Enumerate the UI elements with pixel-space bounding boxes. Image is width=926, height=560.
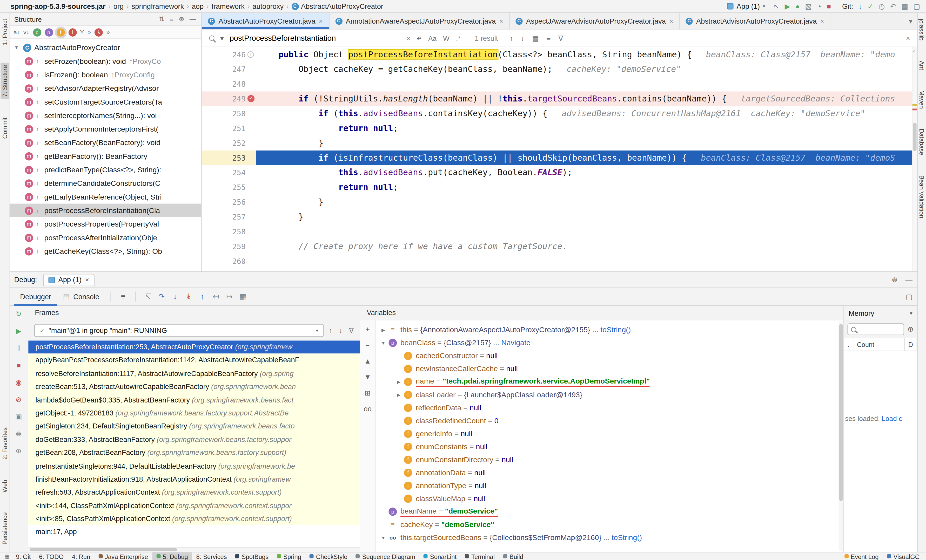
profiler-icon[interactable]: ◔ [817,3,821,10]
value-action-link[interactable]: toString() [601,326,631,334]
find-filter-icon[interactable]: ∇ [558,34,563,42]
structure-method-row[interactable]: m↑setCustomTargetSourceCreators(Ta [9,95,201,109]
tool-stripe-1-project[interactable]: 1: Project [0,17,9,47]
debug-tab-console[interactable]: ▤Console [57,288,105,305]
add-watch-icon[interactable]: + [366,325,370,334]
close-find-bar-icon[interactable]: × [906,34,910,42]
breadcrumb-item-autoproxy[interactable]: autoproxy [253,2,284,11]
stack-frame[interactable]: applyBeanPostProcessorsBeforeInstantiati… [28,354,360,367]
duplicate-watch-icon[interactable]: ⊞ [365,389,371,397]
step-out-icon[interactable]: ↑ [195,292,209,301]
tool-stripe-web[interactable]: Web [0,477,9,495]
view-options-icon[interactable]: ≡ [170,15,174,23]
code-text[interactable] [256,77,917,92]
editor-tab-annotationawareaspectjautoproxycreator-java[interactable]: CAnnotationAwareAspectJAutoProxyCreator.… [329,13,510,29]
gutter-line-number[interactable]: 257 [202,210,256,224]
code-text[interactable]: } [256,136,917,151]
editor-tab-abstractadvisorautoproxycreator-java[interactable]: CAbstractAdvisorAutoProxyCreator.java× [679,13,831,29]
stack-frame[interactable]: refresh:583, AbstractApplicationContext … [28,486,360,499]
debug-tab-debugger[interactable]: Debugger [14,288,57,305]
gutter-line-number[interactable]: 256 [202,195,256,210]
expand-toggle-icon[interactable]: ▼ [379,340,387,346]
pin-tab-icon[interactable]: ⊕ [15,447,21,455]
sort-by-visibility-icon[interactable]: v↓ [23,28,29,36]
variable-row-classvaluemap[interactable]: fclassValueMap = null [375,492,843,505]
coverage-icon[interactable]: ▧ [805,3,812,10]
gutter-line-number[interactable]: 258 [202,224,256,239]
thread-selector[interactable]: ✓ "main"@1 in group "main": RUNNING ▾ [34,324,324,337]
close-tab-icon[interactable]: × [319,17,323,24]
next-occurrence-icon[interactable]: ↓ [521,34,525,42]
layout-menu-icon[interactable]: ≡ [117,292,130,301]
sort-icon[interactable]: ⇅ [159,15,164,23]
status-item-6-todo[interactable]: 6: TODO [35,552,68,560]
breadcrumb-item-org[interactable]: org [113,2,124,11]
frames-horizontal-scrollbar[interactable] [28,547,360,552]
debug-bug-icon[interactable]: ● [795,3,799,10]
structure-settings-icon[interactable]: ⊛ [179,15,185,23]
tool-stripe-jclasslib[interactable]: jclasslib [918,17,926,43]
stack-frame[interactable]: createBean:513, AbstractAutowireCapableB… [28,380,360,393]
code-text[interactable]: this.advisedBeans.put(cacheKey, Boolean.… [256,165,917,180]
tool-stripe-maven[interactable]: Maven [918,88,926,111]
more-filters-icon[interactable]: » [106,28,110,36]
expand-toggle-icon[interactable]: ▶ [379,327,387,332]
close-session-icon[interactable]: × [85,276,89,283]
step-over-icon[interactable]: ↷ [155,292,168,301]
status-item-terminal[interactable]: Terminal [461,552,499,560]
hide-panel-icon[interactable]: — [189,15,196,23]
clear-search-icon[interactable]: × [407,35,410,42]
load-classes-link[interactable]: Load c [882,415,902,422]
navigate-cursor-icon[interactable]: ↖ [773,3,779,10]
editor-tab-options-icon[interactable]: ▾ [904,13,917,29]
breadcrumb-item-framework[interactable]: framework [212,2,245,11]
scrollbar-thumb[interactable] [839,324,843,501]
structure-method-row[interactable]: m↑setAdvisorAdapterRegistry(Advisor [9,82,201,95]
debug-settings-icon[interactable]: ⊛ [15,430,21,438]
scrollbar-thumb[interactable] [913,123,917,151]
variables-scrollbar[interactable] [838,322,843,550]
variable-row-genericinfo[interactable]: fgenericInfo = null [375,427,843,440]
breadcrumb-item-aop[interactable]: aop [192,2,204,11]
hide-frames-filter-icon[interactable]: ∇ [349,326,354,335]
stack-frame[interactable]: doGetBean:333, AbstractBeanFactory (org.… [28,433,360,446]
gutter-line-number[interactable]: 249✓ [202,92,256,106]
thread-dump-icon[interactable]: ▣ [15,413,22,421]
structure-method-row[interactable]: m↑postProcessBeforeInstantiation(Cla [9,204,201,217]
debug-window-settings-icon[interactable]: ⊛ [892,276,898,284]
stack-frame[interactable]: getObject:-1, 497208183 (org.springframe… [28,407,360,420]
step-into-icon[interactable]: ↓ [168,292,182,301]
show-non-public-icon[interactable]: l [68,28,77,36]
variable-row-newinstancecallercache[interactable]: fnewInstanceCallerCache = null [375,362,843,375]
expand-toggle-icon[interactable]: ▶ [395,379,403,384]
stack-frame[interactable]: preInstantiateSingletons:944, DefaultLis… [28,460,360,473]
variable-row-this[interactable]: ▶≡this = {AnnotationAwareAspectJAutoProx… [375,323,843,336]
status-item-5-debug[interactable]: 5: Debug [152,552,192,560]
stop-icon[interactable]: ■ [17,361,21,370]
gutter-line-number[interactable]: 250 [202,106,256,121]
structure-root-row[interactable]: ▼CAbstractAutoProxyCreator [9,41,201,54]
code-text[interactable]: return null; [256,180,917,195]
gutter-line-number[interactable]: 253 [202,151,256,165]
run-icon[interactable]: ▶ [785,3,790,10]
git-shelf-icon[interactable]: ▤ [901,3,908,10]
variable-row-name[interactable]: ▶fname = "tech.pdai.springframework.serv… [375,375,843,388]
structure-method-row[interactable]: m↑getCacheKey(Class<?>, String): Ob [9,245,201,258]
gutter-line-number[interactable]: 259 [202,239,256,254]
show-execution-point-icon[interactable]: ↸ [141,292,155,301]
code-text[interactable]: } [256,210,917,224]
structure-method-row[interactable]: m↑determineCandidateConstructors(C [9,177,201,190]
stack-frame[interactable]: main:17, App [28,525,360,539]
gutter-line-number[interactable]: 248 [202,77,256,92]
memory-column-d[interactable]: D [905,338,917,350]
git-rollback-icon[interactable]: ↶ [890,3,896,10]
gutter-line-number[interactable]: 255 [202,180,256,195]
code-text[interactable]: if (!StringUtils.hasLength(beanName) || … [256,92,917,106]
variable-row-classredefinedcount[interactable]: fclassRedefinedCount = 0 [375,414,843,427]
debug-session-tab[interactable]: App (1) × [43,273,94,286]
pause-icon[interactable]: ‖ [17,344,20,352]
show-fields-icon[interactable]: f [56,28,65,36]
hide-debug-window-icon[interactable]: — [905,276,912,284]
code-text[interactable] [256,254,917,269]
variable-row-annotationdata[interactable]: fannotationData = null [375,466,843,479]
